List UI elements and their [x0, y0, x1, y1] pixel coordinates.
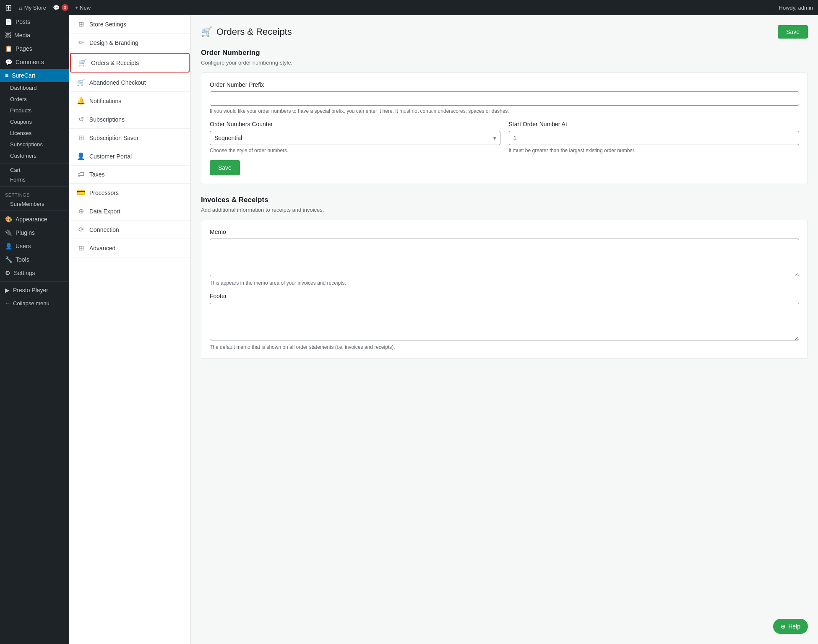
top-bar-left: ⊞ ⌂ My Store 💬 0 + New — [5, 3, 91, 13]
notifications-icon: 🔔 — [77, 97, 85, 105]
appearance-label: Appearance — [16, 216, 47, 223]
new-label: + New — [75, 5, 91, 11]
sec-nav-customer-portal[interactable]: 👤 Customer Portal — [69, 147, 190, 166]
sidebar-item-presto-player[interactable]: ▶ Presto Player — [0, 283, 69, 297]
sec-nav-data-export[interactable]: ⊕ Data Export — [69, 202, 190, 221]
plugins-label: Plugins — [16, 229, 35, 236]
sidebar-item-products[interactable]: Products — [0, 105, 69, 116]
page-title-icon: 🛒 — [201, 26, 212, 37]
sidebar-item-tools[interactable]: 🔧 Tools — [0, 253, 69, 266]
page-title: 🛒 Orders & Receipts — [201, 26, 292, 37]
counter-select-wrap: Sequential ▾ — [210, 131, 500, 145]
sidebar-item-coupons[interactable]: Coupons — [0, 116, 69, 127]
comments-icon: 💬 — [5, 59, 12, 65]
users-icon: 👤 — [5, 243, 12, 249]
settings-label: Settings — [14, 270, 35, 276]
sec-nav-subscriptions[interactable]: ↺ Subscriptions — [69, 110, 190, 129]
sidebar-item-dashboard[interactable]: Dashboard — [0, 82, 69, 93]
sidebar-item-media[interactable]: 🖼 Media — [0, 29, 69, 42]
connection-label: Connection — [89, 226, 119, 233]
sidebar-item-orders[interactable]: Orders — [0, 93, 69, 105]
memo-hint: This appears in the memo area of your in… — [210, 280, 799, 286]
sidebar-item-suremembers[interactable]: SureMembers — [0, 199, 69, 209]
sec-nav-taxes[interactable]: 🏷 Taxes — [69, 166, 190, 184]
sidebar-item-cart[interactable]: Cart — [0, 165, 69, 175]
new-content-link[interactable]: + New — [75, 5, 91, 11]
tools-label: Tools — [16, 256, 29, 263]
posts-icon: 📄 — [5, 18, 12, 25]
prefix-label: Order Number Prefix — [210, 81, 799, 88]
invoices-desc: Add additional information to receipts a… — [201, 207, 808, 213]
counter-hint: Choose the style of order numbers. — [210, 148, 500, 153]
presto-label: Presto Player — [13, 287, 48, 293]
taxes-icon: 🏷 — [77, 171, 85, 178]
sidebar-item-subscriptions[interactable]: Subscriptions — [0, 139, 69, 150]
prefix-input[interactable] — [210, 91, 799, 106]
site-name: My Store — [24, 5, 46, 11]
sec-nav-processors[interactable]: 💳 Processors — [69, 184, 190, 202]
save-button-top[interactable]: Save — [778, 25, 808, 39]
start-col: Start Order Number At It must be greater… — [509, 121, 800, 153]
plugins-icon: 🔌 — [5, 229, 12, 236]
order-numbering-section: Order Numbering Configure your order num… — [201, 49, 808, 184]
sidebar-divider-1 — [0, 163, 69, 164]
surecart-submenu: Dashboard Orders Products Coupons Licens… — [0, 82, 69, 161]
start-number-input[interactable] — [509, 131, 800, 145]
sidebar-item-surecart[interactable]: ≡ SureCart — [0, 69, 69, 82]
sec-nav-notifications[interactable]: 🔔 Notifications — [69, 92, 190, 110]
collapse-label: Collapse menu — [13, 300, 49, 306]
sec-nav-orders-receipts[interactable]: 🛒 Orders & Receipts — [70, 53, 190, 73]
sidebar-item-licenses[interactable]: Licenses — [0, 127, 69, 139]
sec-nav-abandoned-checkout[interactable]: 🛒 Abandoned Checkout — [69, 73, 190, 92]
help-icon: ⊕ — [781, 623, 786, 630]
save-button-order-numbering[interactable]: Save — [210, 160, 240, 175]
sec-nav-advanced[interactable]: ⊞ Advanced — [69, 239, 190, 257]
sidebar-item-settings[interactable]: ⚙ Settings — [0, 266, 69, 280]
posts-label: Posts — [16, 18, 30, 25]
design-branding-icon: ✏ — [77, 39, 85, 47]
wordpress-logo: ⊞ — [5, 3, 12, 13]
sidebar-item-customers[interactable]: Customers — [0, 150, 69, 161]
sec-nav-store-settings[interactable]: ⊞ Store Settings — [69, 15, 190, 34]
content-header: 🛒 Orders & Receipts Save — [201, 25, 808, 39]
data-export-label: Data Export — [89, 208, 120, 215]
surecart-label: SureCart — [12, 72, 35, 79]
help-button[interactable]: ⊕ Help — [773, 619, 808, 634]
my-store-link[interactable]: ⌂ My Store — [19, 5, 46, 11]
sidebar-item-pages[interactable]: 📋 Pages — [0, 42, 69, 55]
collapse-icon: ← — [5, 300, 10, 306]
page-title-text: Orders & Receipts — [216, 26, 292, 37]
comments-link[interactable]: 💬 0 — [53, 4, 68, 11]
subscription-saver-label: Subscription Saver — [89, 135, 139, 141]
invoices-section: Invoices & Receipts Add additional infor… — [201, 196, 808, 359]
sidebar-item-comments[interactable]: 💬 Comments — [0, 55, 69, 69]
settings-icon: ⚙ — [5, 270, 10, 276]
order-numbering-desc: Configure your order numbering style. — [201, 60, 808, 66]
tools-icon: 🔧 — [5, 256, 12, 263]
abandoned-checkout-icon: 🛒 — [77, 78, 85, 86]
order-numbering-title: Order Numbering — [201, 49, 808, 57]
appearance-icon: 🎨 — [5, 216, 12, 223]
sidebar-item-plugins[interactable]: 🔌 Plugins — [0, 226, 69, 239]
advanced-label: Advanced — [89, 245, 115, 252]
sidebar-item-users[interactable]: 👤 Users — [0, 239, 69, 253]
collapse-menu-btn[interactable]: ← Collapse menu — [0, 297, 69, 310]
sec-nav-design-branding[interactable]: ✏ Design & Branding — [69, 34, 190, 52]
sec-nav-subscription-saver[interactable]: ⊞ Subscription Saver — [69, 129, 190, 147]
sidebar-item-appearance[interactable]: 🎨 Appearance — [0, 213, 69, 226]
footer-textarea[interactable] — [210, 303, 799, 340]
invoices-card: Memo This appears in the memo area of yo… — [201, 220, 808, 359]
settings-section-label: Settings — [0, 188, 69, 199]
sec-nav-connection[interactable]: ⟳ Connection — [69, 221, 190, 239]
sidebar-item-posts[interactable]: 📄 Posts — [0, 15, 69, 29]
memo-textarea[interactable] — [210, 239, 799, 276]
media-icon: 🖼 — [5, 32, 11, 39]
orders-receipts-label: Orders & Receipts — [91, 60, 139, 66]
invoices-title: Invoices & Receipts — [201, 196, 808, 204]
sidebar-item-forms[interactable]: Forms — [0, 175, 69, 184]
media-label: Media — [14, 32, 30, 39]
design-branding-label: Design & Branding — [89, 39, 138, 46]
counter-select[interactable]: Sequential — [210, 131, 500, 145]
footer-field: Footer The default memo that is shown on… — [210, 293, 799, 350]
comment-badge: 0 — [62, 4, 68, 11]
